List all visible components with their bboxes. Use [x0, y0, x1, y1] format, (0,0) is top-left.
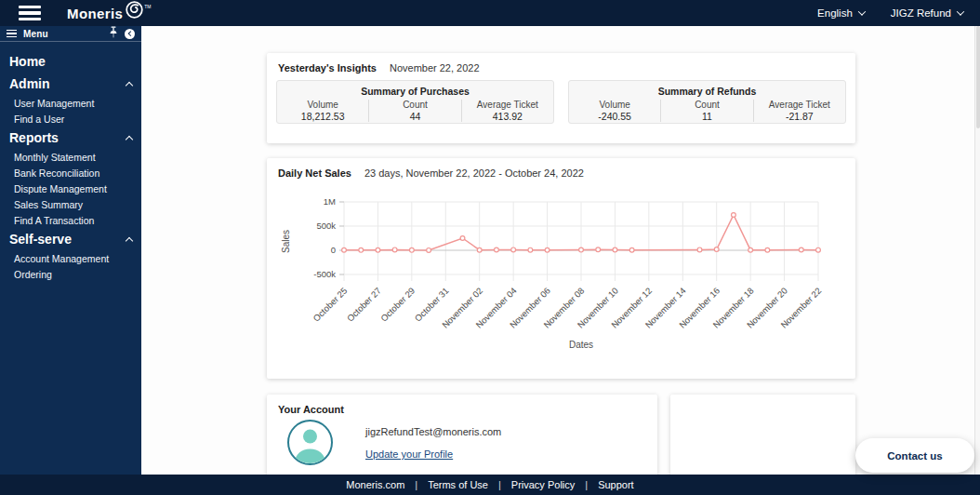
insight-summary-row: Summary of PurchasesVolume18,212.53Count… — [267, 80, 855, 124]
sidebar-header: Menu — [0, 26, 141, 42]
stat-value: 11 — [665, 111, 748, 122]
footer-separator: | — [585, 479, 588, 490]
stat-label: Volume — [281, 100, 364, 110]
chevron-up-icon — [126, 136, 133, 143]
footer: Moneris.com|Terms of Use|Privacy Policy|… — [0, 475, 980, 495]
sidebar-item-label: Self-serve — [9, 232, 72, 247]
sidebar-nav: HomeAdminUser ManagementFind a UserRepor… — [0, 42, 141, 282]
chevron-down-icon — [957, 7, 964, 15]
top-bar-right: English JIGZ Refund — [817, 7, 963, 19]
trademark-symbol: TM — [144, 4, 151, 9]
sidebar-subitem-ordering[interactable]: Ordering — [0, 266, 141, 282]
moneris-swirl-icon — [125, 0, 144, 23]
stat-label: Average Ticket — [466, 100, 550, 110]
sidebar-item-home[interactable]: Home — [0, 50, 141, 73]
chevron-up-icon — [126, 82, 133, 89]
svg-text:October 29: October 29 — [378, 286, 417, 324]
stat-label: Volume — [573, 100, 656, 110]
summary-of-refunds-card: Summary of RefundsVolume-240.55Count11Av… — [568, 80, 846, 124]
stat-value: 18,212.53 — [281, 111, 364, 122]
account-email: jigzRefundTest@moneris.com — [365, 426, 501, 437]
stat-count: Count44 — [368, 100, 460, 122]
sidebar-item-reports[interactable]: Reports — [0, 127, 141, 149]
summary-of-purchases-card: Summary of PurchasesVolume18,212.53Count… — [276, 80, 554, 124]
stat-value: -240.55 — [573, 111, 656, 122]
sidebar-subitem-dispute-management[interactable]: Dispute Management — [0, 181, 141, 196]
scrollbar-thumb[interactable] — [976, 26, 980, 128]
yesterdays-insights-card: Yesterday's Insights November 22, 2022 S… — [267, 53, 855, 143]
footer-separator: | — [415, 479, 417, 490]
hamburger-menu-icon[interactable] — [19, 6, 41, 21]
placeholder-card — [670, 395, 855, 475]
svg-text:Sales: Sales — [281, 230, 291, 253]
account-name-label: JIGZ Refund — [891, 7, 951, 19]
sidebar-subitem-sales-summary[interactable]: Sales Summary — [0, 196, 141, 212]
your-account-card: Your Account jigzRefundTest@moneris.com … — [267, 395, 657, 475]
svg-text:0: 0 — [331, 245, 336, 255]
scrollbar[interactable] — [974, 26, 980, 475]
menu-toggle-icon[interactable] — [7, 30, 17, 38]
user-avatar-icon — [287, 420, 333, 465]
sidebar-subitem-find-a-user[interactable]: Find a User — [0, 111, 141, 127]
account-title: Your Account — [278, 404, 344, 415]
stat-value: 44 — [373, 111, 457, 122]
sidebar-subitem-user-management[interactable]: User Management — [0, 95, 141, 111]
sidebar-subitem-account-management[interactable]: Account Management — [0, 250, 141, 266]
daily-net-sales-card: Daily Net Sales 23 days, November 22, 20… — [267, 158, 855, 379]
stat-label: Count — [665, 100, 748, 110]
top-bar: Moneris TM English JIGZ Refund — [0, 0, 980, 26]
chart-subtitle: 23 days, November 22, 2022 - October 24,… — [364, 167, 584, 179]
chevron-up-icon — [126, 237, 133, 245]
stat-value: 413.92 — [466, 111, 550, 122]
svg-text:October 25: October 25 — [311, 286, 349, 324]
update-profile-link[interactable]: Update your Profile — [365, 448, 453, 460]
svg-text:-500k: -500k — [313, 269, 336, 279]
sidebar-subitem-find-a-transaction[interactable]: Find A Transaction — [0, 212, 141, 228]
subcard-title: Summary of Refunds — [569, 86, 845, 97]
stat-value: -21.87 — [758, 111, 841, 122]
sidebar-item-admin[interactable]: Admin — [0, 73, 141, 95]
stat-volume: Volume18,212.53 — [277, 100, 368, 122]
stat-volume: Volume-240.55 — [569, 100, 660, 122]
insights-date: November 22, 2022 — [390, 62, 480, 74]
sidebar-item-label: Home — [9, 54, 46, 69]
moneris-logo[interactable]: Moneris TM — [67, 2, 152, 25]
collapse-sidebar-icon[interactable] — [125, 29, 135, 39]
sidebar-subitem-monthly-statement[interactable]: Monthly Statement — [0, 149, 141, 165]
footer-link-privacy-policy[interactable]: Privacy Policy — [511, 479, 575, 490]
sidebar: Menu HomeAdminUser ManagementFind a User… — [0, 26, 141, 475]
language-label: English — [817, 7, 853, 19]
stat-average-ticket: Average Ticket413.92 — [461, 100, 553, 122]
sidebar-subitem-bank-reconciliation[interactable]: Bank Reconciliation — [0, 165, 141, 181]
svg-text:500k: 500k — [316, 221, 336, 231]
footer-link-moneris-com[interactable]: Moneris.com — [346, 479, 404, 490]
svg-text:1M: 1M — [324, 196, 336, 207]
language-dropdown[interactable]: English — [817, 7, 865, 19]
stat-count: Count11 — [660, 100, 752, 122]
subcard-title: Summary of Purchases — [277, 86, 553, 97]
moneris-dashboard: Moneris TM English JIGZ Refund Menu — [0, 0, 980, 495]
footer-link-support[interactable]: Support — [598, 479, 634, 490]
chart-title: Daily Net Sales — [278, 167, 351, 179]
footer-link-terms-of-use[interactable]: Terms of Use — [428, 479, 488, 490]
sidebar-item-label: Reports — [9, 130, 59, 145]
svg-text:Dates: Dates — [569, 340, 593, 350]
main-content: Yesterday's Insights November 22, 2022 S… — [141, 26, 980, 475]
stat-label: Count — [373, 100, 457, 110]
footer-separator: | — [498, 479, 501, 490]
daily-net-sales-chart: 1M500k0-500kOctober 25October 27October … — [267, 188, 855, 374]
sidebar-item-self-serve[interactable]: Self-serve — [0, 228, 141, 250]
sidebar-item-label: Admin — [9, 76, 50, 91]
pin-icon[interactable] — [109, 25, 118, 42]
account-dropdown[interactable]: JIGZ Refund — [891, 7, 963, 19]
stat-average-ticket: Average Ticket-21.87 — [753, 100, 845, 122]
contact-us-button[interactable]: Contact us — [855, 438, 974, 473]
chevron-down-icon — [858, 7, 866, 15]
moneris-logo-text: Moneris — [67, 6, 123, 21]
svg-text:October 27: October 27 — [345, 286, 383, 324]
stat-label: Average Ticket — [758, 100, 841, 110]
insights-title: Yesterday's Insights — [278, 62, 377, 74]
menu-label: Menu — [23, 29, 48, 39]
